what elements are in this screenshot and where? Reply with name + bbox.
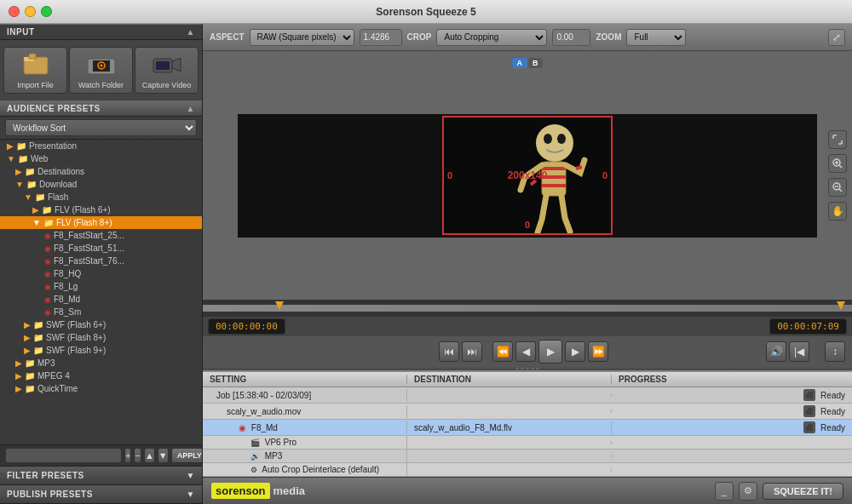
skip-to-start-button[interactable]: ⏮ xyxy=(439,341,459,362)
move-down-button[interactable]: ▼ xyxy=(158,448,169,463)
add-preset-button[interactable]: + xyxy=(124,448,131,463)
tree-item-quicktime[interactable]: ▶ 📁 QuickTime xyxy=(0,382,202,395)
tree-item-f8-faststart76[interactable]: ◉ F8_FastStart_76... xyxy=(0,255,202,267)
job-progress-icon: ⬛ xyxy=(803,389,815,401)
table-row-mp3[interactable]: 🔊 MP3 xyxy=(203,450,852,463)
mp3-expand-icon: ▶ xyxy=(15,358,22,368)
publish-presets-section[interactable]: PUBLISH PRESETS ▼ xyxy=(0,485,202,504)
tree-item-f8-faststart25[interactable]: ◉ F8_FastStart_25... xyxy=(0,229,202,242)
zoom-in-button[interactable] xyxy=(828,154,847,173)
audio-button[interactable]: 🔊 xyxy=(766,341,786,362)
crop-select[interactable]: Auto Cropping xyxy=(436,29,547,46)
step-back-button[interactable]: ⏪ xyxy=(492,341,513,362)
tree-item-mpeg4[interactable]: ▶ 📁 MPEG 4 xyxy=(0,369,202,382)
skip-to-end-button[interactable]: ⏭ xyxy=(462,341,482,362)
frame-back-button[interactable]: ◀ xyxy=(515,341,536,362)
left-panel: INPUT ▲ Import File xyxy=(0,24,203,504)
tree-label-f8-md: F8_Md xyxy=(54,295,80,304)
tree-item-mp3[interactable]: ▶ 📁 MP3 xyxy=(0,357,202,369)
publish-presets-arrow: ▼ xyxy=(187,490,195,499)
tree-item-swf6[interactable]: ▶ 📁 SWF (Flash 6+) xyxy=(0,318,202,331)
preview-inner: 0 0 0 200x140 xyxy=(442,116,613,235)
tree-item-f8-faststart51[interactable]: ◉ F8_FastStart_51... xyxy=(0,242,202,255)
watch-folder-button[interactable]: Watch Folder xyxy=(69,47,133,94)
tree-item-flash[interactable]: ▼ 📁 Flash xyxy=(0,191,202,203)
job-dest-file xyxy=(407,410,612,413)
crop-tool-button[interactable] xyxy=(828,130,847,149)
tree-item-f8-lg[interactable]: ◉ F8_Lg xyxy=(0,280,202,293)
f8-fs76-icon: ◉ xyxy=(44,257,51,266)
tree-item-download[interactable]: ▼ 📁 Download xyxy=(0,178,202,191)
remove-preset-button[interactable]: − xyxy=(134,448,141,463)
svg-point-13 xyxy=(536,124,573,162)
tree-item-web[interactable]: ▼ 📁 Web xyxy=(0,152,202,165)
tree-item-destinations[interactable]: ▶ 📁 Destinations xyxy=(0,165,202,178)
svg-marker-8 xyxy=(172,58,181,72)
job-dest-mp3 xyxy=(407,455,612,458)
preset-search-input[interactable] xyxy=(5,448,122,463)
filter-presets-section[interactable]: FILTER PRESETS ▼ xyxy=(0,467,202,485)
tree-item-f8-sm[interactable]: ◉ F8_Sm xyxy=(0,306,202,318)
swf8-folder-icon: 📁 xyxy=(33,333,43,342)
table-row-f8md[interactable]: ◉ F8_Md scaly_w_audio_F8_Md.flv ⬛ Ready xyxy=(203,420,852,436)
apply-button[interactable]: APPLY xyxy=(171,448,202,463)
capture-video-label: Capture Video xyxy=(142,81,191,89)
preferences-status-button[interactable]: ⚙ xyxy=(739,482,757,501)
tree-item-f8-md[interactable]: ◉ F8_Md xyxy=(0,293,202,306)
step-forward-button[interactable]: ⏩ xyxy=(588,341,608,362)
crop-number[interactable] xyxy=(552,29,590,46)
timeline-track xyxy=(203,305,852,312)
f8md-progress-icon: ⬛ xyxy=(803,421,815,433)
minimize-button[interactable] xyxy=(25,6,36,17)
frame-forward-button[interactable]: ▶ xyxy=(565,341,585,362)
zoom-out-button[interactable] xyxy=(828,178,847,197)
timeline-track-container xyxy=(203,300,852,317)
file-progress-icon: ⬛ xyxy=(803,405,815,417)
f8md-progress-label: Ready xyxy=(820,423,845,432)
timecode-bar: 00:00:00:00 00:00:07:09 xyxy=(203,317,852,336)
logo-media: media xyxy=(270,483,309,499)
tree-label-f8-hq: F8_HQ xyxy=(54,269,81,278)
filter-presets-arrow: ▼ xyxy=(187,471,195,480)
play-button[interactable]: ▶ xyxy=(538,340,562,364)
aspect-number[interactable] xyxy=(360,29,402,46)
table-row-autocrop[interactable]: ⚙ Auto Crop Deinterlace (default) xyxy=(203,463,852,477)
aspect-select[interactable]: RAW (Square pixels) xyxy=(250,29,354,46)
close-button[interactable] xyxy=(9,6,20,17)
move-up-button[interactable]: ▲ xyxy=(144,448,155,463)
table-row-file[interactable]: scaly_w_audio.mov ⬛ Ready xyxy=(203,404,852,420)
mpeg4-expand-icon: ▶ xyxy=(15,371,22,381)
squeeze-it-button[interactable]: SQUEEZE IT! xyxy=(763,483,843,500)
capture-video-button[interactable]: Capture Video xyxy=(135,47,199,94)
crop-label: CROP xyxy=(407,32,432,42)
tree-item-presentation[interactable]: ▶ 📁 Presentation xyxy=(0,140,202,152)
f8md-label: F8_Md xyxy=(251,423,278,432)
audio-alt-button[interactable]: |◀ xyxy=(789,341,809,362)
timeline-start-marker[interactable] xyxy=(275,301,284,310)
flv6-expand-icon: ▶ xyxy=(32,205,39,215)
workflow-sort-select[interactable]: Workflow Sort xyxy=(5,119,197,136)
maximize-button[interactable] xyxy=(41,6,52,17)
expand-preview-button[interactable]: ⤢ xyxy=(828,29,845,46)
import-file-icon xyxy=(20,51,51,78)
in-out-button[interactable]: ↕ xyxy=(825,341,845,362)
tree-item-swf8[interactable]: ▶ 📁 SWF (Flash 8+) xyxy=(0,331,202,344)
tree-item-flv6[interactable]: ▶ 📁 FLV (Flash 6+) xyxy=(0,203,202,216)
audience-presets-label: AUDIENCE PRESETS xyxy=(7,104,101,113)
table-row-job[interactable]: Job [15:38:40 - 02/03/09] ⬛ Ready xyxy=(203,387,852,404)
import-file-button[interactable]: Import File xyxy=(3,47,67,94)
zoom-select[interactable]: Full xyxy=(626,29,686,46)
minimize-status-button[interactable]: _ xyxy=(715,482,734,501)
timeline-end-marker[interactable] xyxy=(837,301,845,310)
pan-tool-button[interactable]: ✋ xyxy=(828,202,847,220)
mpeg4-folder-icon: 📁 xyxy=(25,371,35,381)
tree-label-mp3: MP3 xyxy=(37,358,55,368)
playback-controls: ⏮ ⏭ ⏪ ◀ ▶ ▶ ⏩ 🔊 |◀ ↕ xyxy=(203,336,852,367)
status-bar: sorenson media _ ⚙ SQUEEZE IT! xyxy=(203,477,852,504)
tree-item-swf9[interactable]: ▶ 📁 SWF (Flash 9+) xyxy=(0,344,202,357)
audio-controls: 🔊 |◀ xyxy=(766,341,809,362)
tree-item-flv8[interactable]: ▼ 📁 FLV (Flash 8+) xyxy=(0,216,202,229)
svg-point-14 xyxy=(544,134,552,144)
tree-item-f8-hq[interactable]: ◉ F8_HQ xyxy=(0,267,202,280)
table-row-vp6[interactable]: 🎬 VP6 Pro xyxy=(203,436,852,450)
